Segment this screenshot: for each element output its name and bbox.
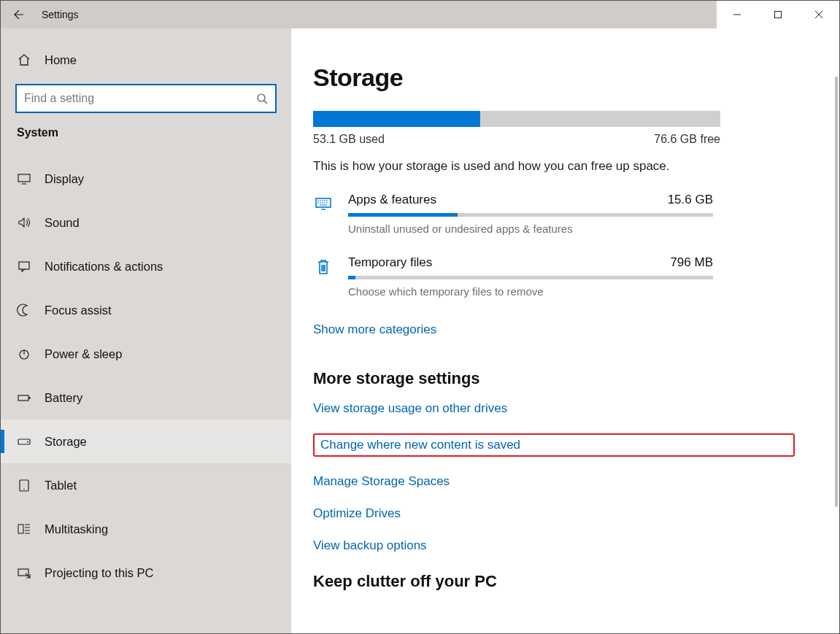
category-bar xyxy=(348,276,713,279)
display-icon xyxy=(17,171,45,186)
sidebar-item-multitasking[interactable]: Multitasking xyxy=(1,507,291,551)
storage-description: This is how your storage is used and how… xyxy=(313,159,795,174)
multitasking-icon xyxy=(17,522,45,536)
home-icon xyxy=(17,53,45,67)
sidebar-item-tablet[interactable]: Tablet xyxy=(1,463,291,507)
sidebar-item-projecting[interactable]: Projecting to this PC xyxy=(1,551,291,595)
sidebar-item-notifications[interactable]: Notifications & actions xyxy=(1,244,291,288)
sidebar-item-focus-assist[interactable]: Focus assist xyxy=(1,288,291,332)
storage-usage-fill xyxy=(313,111,480,127)
more-settings-heading: More storage settings xyxy=(313,369,795,388)
sidebar-item-battery[interactable]: Battery xyxy=(1,376,291,420)
svg-point-8 xyxy=(27,441,28,443)
page-title: Storage xyxy=(313,63,795,92)
svg-point-10 xyxy=(23,489,25,490)
home-button[interactable]: Home xyxy=(1,40,291,80)
sidebar-item-display[interactable]: Display xyxy=(1,157,291,201)
focus-assist-icon xyxy=(17,303,45,317)
search-icon xyxy=(256,93,268,104)
minimize-icon xyxy=(733,10,741,19)
sidebar-item-label: Tablet xyxy=(45,479,77,492)
sidebar-item-sound[interactable]: Sound xyxy=(1,201,291,244)
svg-rect-6 xyxy=(29,397,31,399)
power-icon xyxy=(17,347,45,361)
sidebar-item-label: Projecting to this PC xyxy=(45,566,153,580)
category-bar xyxy=(348,213,713,217)
svg-rect-11 xyxy=(18,525,23,533)
battery-icon xyxy=(17,390,45,405)
svg-rect-3 xyxy=(19,262,29,269)
category-name: Temporary files xyxy=(348,255,432,270)
keep-clutter-heading: Keep clutter off your PC xyxy=(313,572,795,591)
apps-icon xyxy=(313,193,348,235)
close-button[interactable] xyxy=(798,1,839,28)
tablet-icon xyxy=(17,478,45,492)
svg-rect-0 xyxy=(775,12,782,18)
show-more-categories-link[interactable]: Show more categories xyxy=(313,322,436,337)
notifications-icon xyxy=(17,259,45,274)
minimize-button[interactable] xyxy=(717,1,758,28)
maximize-icon xyxy=(774,10,782,19)
close-icon xyxy=(814,10,823,19)
sidebar-item-label: Display xyxy=(45,172,84,186)
trash-icon xyxy=(313,255,348,298)
storage-usage-bar xyxy=(313,111,720,127)
storage-usage-labels: 53.1 GB used 76.6 GB free xyxy=(313,133,720,146)
sidebar: Home System Display Sound xyxy=(1,28,291,633)
svg-point-1 xyxy=(258,94,265,101)
free-label: 76.6 GB free xyxy=(654,133,720,146)
window-title: Settings xyxy=(42,9,79,20)
sidebar-item-power-sleep[interactable]: Power & sleep xyxy=(1,332,291,376)
sidebar-item-label: Power & sleep xyxy=(45,347,122,361)
category-size: 15.6 GB xyxy=(668,193,713,207)
sidebar-item-label: Battery xyxy=(45,391,82,405)
storage-icon xyxy=(17,434,45,449)
sidebar-item-label: Storage xyxy=(45,435,87,449)
sound-icon xyxy=(17,215,45,230)
scrollbar[interactable] xyxy=(835,77,838,507)
settings-window: Settings Home xyxy=(0,0,840,634)
more-settings-links: View storage usage on other drives Chang… xyxy=(313,401,795,553)
svg-rect-2 xyxy=(18,174,30,182)
search-box[interactable] xyxy=(15,84,277,113)
main-content: Storage 53.1 GB used 76.6 GB free This i… xyxy=(291,28,839,633)
link-view-backup-options[interactable]: View backup options xyxy=(313,538,795,553)
arrow-left-icon xyxy=(11,8,24,21)
sidebar-item-label: Focus assist xyxy=(45,304,112,317)
link-manage-storage-spaces[interactable]: Manage Storage Spaces xyxy=(313,474,795,489)
sidebar-item-storage[interactable]: Storage xyxy=(1,420,291,463)
window-controls xyxy=(717,1,839,28)
category-temporary-files[interactable]: Temporary files 796 MB Choose which temp… xyxy=(313,255,795,298)
nav-list: Display Sound Notifications & actions Fo… xyxy=(1,157,291,595)
sidebar-item-label: Sound xyxy=(45,216,80,230)
sidebar-item-label: Notifications & actions xyxy=(45,260,163,274)
category-subtitle: Uninstall unused or undesired apps & fea… xyxy=(348,223,795,235)
svg-rect-5 xyxy=(18,395,28,401)
category-size: 796 MB xyxy=(670,255,713,270)
link-optimize-drives[interactable]: Optimize Drives xyxy=(313,506,795,521)
back-button[interactable] xyxy=(1,1,34,28)
search-input[interactable] xyxy=(24,92,256,105)
category-label: System xyxy=(1,126,291,152)
maximize-button[interactable] xyxy=(758,1,798,28)
sidebar-item-label: Multitasking xyxy=(45,522,108,536)
category-apps-features[interactable]: Apps & features 15.6 GB Uninstall unused… xyxy=(313,193,795,235)
link-change-where-content-saved[interactable]: Change where new content is saved xyxy=(313,433,795,457)
link-view-usage-other-drives[interactable]: View storage usage on other drives xyxy=(313,401,795,416)
titlebar: Settings xyxy=(1,1,839,28)
category-name: Apps & features xyxy=(348,193,436,207)
used-label: 53.1 GB used xyxy=(313,133,385,146)
projecting-icon xyxy=(17,565,45,580)
category-subtitle: Choose which temporary files to remove xyxy=(348,285,795,298)
home-label: Home xyxy=(45,53,77,67)
